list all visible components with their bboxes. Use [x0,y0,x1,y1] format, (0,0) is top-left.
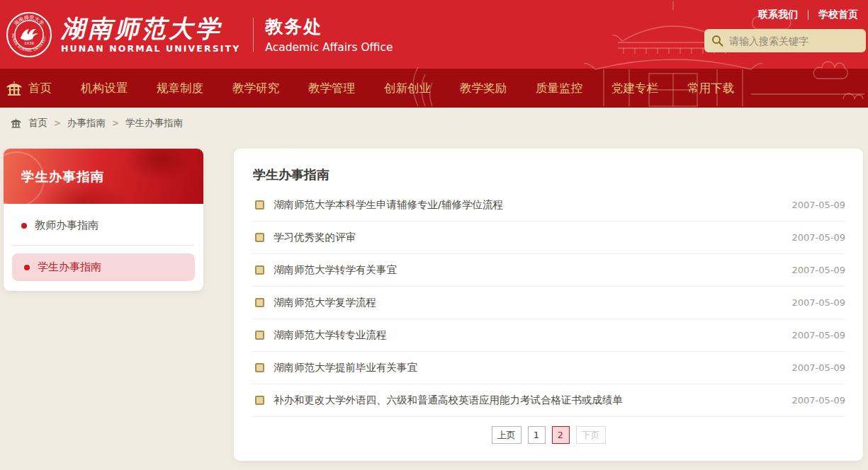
nav-item-label: 常用下载 [687,81,734,96]
article-date: 2007-05-09 [791,265,845,275]
main-nav: 首页 机构设置 规章制度 教学研究 教学管理 创新创业 教学奖励 质量监控 党建… [0,69,734,108]
article-row[interactable]: 湖南师范大学转专业流程 2007-05-09 [252,319,845,352]
nav-item-downloads[interactable]: 常用下载 [687,81,734,96]
brand-block: 1938 湖南师范大学 HUNAN NORMAL UNIVERSITY 湖南师范… [0,0,393,69]
pagination-prev-button[interactable]: 上页 [492,426,522,444]
article-row[interactable]: 补办和更改大学外语四、六级和普通高校英语应用能力考试合格证书或成绩单 2007-… [252,384,845,417]
page-title: 学生办事指南 [252,149,845,189]
sidebar-item-label: 教师办事指南 [35,219,98,232]
article-row[interactable]: 湖南师范大学本科学生申请辅修专业/辅修学位流程 2007-05-09 [252,189,845,222]
nav-item-teaching-research[interactable]: 教学研究 [232,81,279,96]
seal-year: 1938 [24,40,34,45]
document-square-icon [255,396,264,405]
bullet-dot-icon [21,223,27,229]
nav-item-awards[interactable]: 教学奖励 [460,81,507,96]
nav-item-quality[interactable]: 质量监控 [536,81,582,96]
article-row[interactable]: 湖南师范大学提前毕业有关事宜 2007-05-09 [252,352,845,384]
nav-item-label: 教学研究 [232,81,279,96]
sidebar-divider [13,245,194,246]
university-name-zh: 湖南师范大学 [61,16,240,41]
nav-item-label: 教学奖励 [460,81,507,96]
document-square-icon [255,331,264,340]
sidebar-title: 学生办事指南 [4,149,203,185]
site-header: 1938 湖南师范大学 HUNAN NORMAL UNIVERSITY 湖南师范… [0,0,868,108]
nav-item-teaching-management[interactable]: 教学管理 [308,81,355,96]
breadcrumb-student-guide[interactable]: 学生办事指南 [125,117,183,130]
nav-item-label: 创新创业 [384,81,431,96]
pagination-page-1[interactable]: 1 [528,426,546,444]
top-utility-links: 联系我们 学校首页 [758,8,858,21]
article-link[interactable]: 湖南师范大学本科学生申请辅修专业/辅修学位流程 [274,198,777,212]
document-square-icon [255,298,264,307]
university-name-block: 湖南师范大学 HUNAN NORMAL UNIVERSITY [61,16,240,54]
nav-item-label: 首页 [28,81,52,96]
document-square-icon [255,200,264,210]
nav-item-label: 质量监控 [536,81,582,96]
nav-item-label: 规章制度 [157,81,203,96]
school-home-link[interactable]: 学校首页 [818,8,858,21]
sidebar-header: 学生办事指南 [4,149,203,204]
search-input[interactable] [729,35,859,47]
university-seal-logo: 1938 湖南师范大学 HUNAN NORMAL UNIVERSITY [6,11,52,58]
toplink-separator [808,10,808,20]
office-name-en: Academic Affairs Office [265,41,393,54]
document-square-icon [255,233,264,242]
article-row[interactable]: 湖南师范大学转学有关事宜 2007-05-09 [252,254,845,287]
pagination: 上页 1 2 下页 [252,426,845,444]
nav-item-party[interactable]: 党建专栏 [611,81,658,96]
brand-divider [253,18,254,52]
breadcrumb-separator: > [112,118,119,128]
article-link[interactable]: 湖南师范大学复学流程 [274,296,777,309]
nav-item-orgs[interactable]: 机构设置 [81,81,128,96]
search-icon [711,35,723,47]
nav-item-label: 机构设置 [81,81,128,96]
article-date: 2007-05-09 [791,395,845,406]
article-link[interactable]: 学习优秀奖的评审 [274,231,777,244]
nav-item-home[interactable]: 首页 [6,80,52,97]
nav-item-rules[interactable]: 规章制度 [157,81,203,96]
sidebar: 学生办事指南 教师办事指南 学生办事指南 [4,149,203,291]
article-date: 2007-05-09 [791,232,845,243]
article-date: 2007-05-09 [791,362,845,373]
article-row[interactable]: 学习优秀奖的评审 2007-05-09 [252,222,845,254]
article-link[interactable]: 湖南师范大学转学有关事宜 [274,263,777,277]
office-name-block: 教务处 Academic Affairs Office [265,15,393,54]
bullet-dot-icon [24,265,30,270]
sidebar-item-student-guide[interactable]: 学生办事指南 [12,253,195,281]
main-content-card: 学生办事指南 湖南师范大学本科学生申请辅修专业/辅修学位流程 2007-05-0… [234,149,863,461]
breadcrumb-home[interactable]: 首页 [28,117,47,130]
breadcrumb-guide[interactable]: 办事指南 [67,117,106,130]
article-date: 2007-05-09 [791,297,845,308]
pagination-page-2-active[interactable]: 2 [552,426,570,444]
breadcrumb: 首页 > 办事指南 > 学生办事指南 [10,117,183,130]
contact-us-link[interactable]: 联系我们 [758,8,798,21]
nav-item-label: 党建专栏 [611,81,658,96]
article-link[interactable]: 湖南师范大学提前毕业有关事宜 [274,361,777,374]
search-box[interactable] [704,29,866,52]
university-name-en: HUNAN NORMAL UNIVERSITY [61,43,240,54]
sidebar-item-teacher-guide[interactable]: 教师办事指南 [4,204,203,245]
nav-item-innovation[interactable]: 创新创业 [384,81,431,96]
pagination-next-button: 下页 [576,426,606,444]
article-link[interactable]: 湖南师范大学转专业流程 [274,328,777,342]
article-date: 2007-05-09 [791,330,845,340]
pavilion-home-icon [6,80,23,97]
article-date: 2007-05-09 [791,200,845,210]
breadcrumb-separator: > [54,118,61,128]
document-square-icon [255,265,264,275]
breadcrumb-home-icon [10,118,22,129]
office-name-zh: 教务处 [265,15,393,38]
article-link[interactable]: 补办和更改大学外语四、六级和普通高校英语应用能力考试合格证书或成绩单 [274,394,777,407]
sidebar-item-label: 学生办事指南 [38,260,101,274]
nav-item-label: 教学管理 [308,81,355,96]
article-row[interactable]: 湖南师范大学复学流程 2007-05-09 [252,287,845,319]
document-square-icon [255,363,264,372]
